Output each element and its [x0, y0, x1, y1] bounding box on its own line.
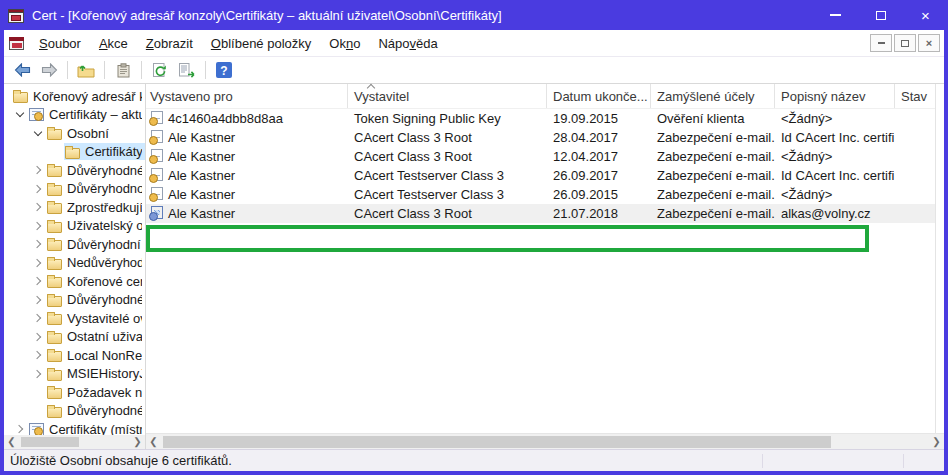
cell-issued-to: Ale Kastner — [168, 130, 235, 145]
minimize-icon — [830, 14, 841, 16]
tree-item-osobni[interactable]: Osobní — [4, 124, 145, 143]
tree-horizontal-scrollbar[interactable]: ❮ ❯ — [4, 435, 145, 449]
list-horizontal-scrollbar[interactable]: ❮ ❯ — [146, 433, 944, 449]
close-button[interactable]: × — [903, 0, 948, 30]
tree-item-label: Osobní — [67, 126, 109, 141]
certificate-icon — [150, 111, 163, 126]
certificate-selected-icon — [150, 206, 163, 221]
console-content: Kořenový adresář kon Certifikáty – aktuá… — [4, 84, 944, 449]
tree-item-uzivatelsky-objekt[interactable]: Uživatelský obj — [4, 217, 145, 236]
scroll-right-arrow-icon[interactable]: ❯ — [130, 435, 145, 449]
export-list-icon — [179, 63, 196, 78]
cell-friendly-name: <Žádný> — [775, 185, 895, 204]
menu-oblibene-polozky[interactable]: Oblíbené položky — [203, 32, 319, 55]
cell-purposes: Zabezpečení e-mail... — [651, 128, 775, 147]
chevron-right-icon[interactable] — [30, 315, 46, 321]
tree-item-pozadavek-na-zapis[interactable]: Požadavek na — [4, 383, 145, 402]
minimize-button[interactable] — [813, 0, 858, 30]
tree-item-certifikaty[interactable]: Certifikáty — [4, 143, 145, 162]
scroll-right-arrow-icon[interactable]: ❯ — [929, 434, 944, 450]
child-close-button[interactable]: × — [918, 34, 940, 52]
tree-item-neduveryhodne[interactable]: Nedůvěryhodn — [4, 254, 145, 273]
chevron-right-icon[interactable] — [30, 223, 46, 229]
tree-item-msiehistoryjournal[interactable]: MSIEHistoryJo — [4, 365, 145, 384]
back-button[interactable] — [10, 59, 34, 81]
clipboard-icon — [117, 63, 130, 78]
help-button[interactable]: ? — [212, 59, 236, 81]
certificate-row[interactable]: 4c1460a4dbb8d8aa Token Signing Public Ke… — [146, 109, 944, 128]
menu-akce[interactable]: Akce — [91, 32, 136, 55]
scrollbar-thumb[interactable] — [21, 437, 79, 447]
refresh-button[interactable] — [148, 59, 172, 81]
tree-item-zprostredkujici[interactable]: Zprostředkujíc — [4, 198, 145, 217]
column-header-zamyslene-ucely[interactable]: Zamýšlené účely — [651, 84, 775, 108]
folder-icon — [47, 314, 62, 325]
cell-friendly-name: alkas@volny.cz — [775, 204, 895, 223]
tree-item-label: Certifikáty – aktuá — [49, 107, 142, 122]
scrollbar-thumb[interactable] — [163, 436, 831, 448]
console-child-icon — [9, 36, 25, 50]
tree-item-duveryhodni-vydavatele[interactable]: Důvěryhodní v — [4, 235, 145, 254]
chevron-right-icon[interactable] — [30, 334, 46, 340]
tree-item-certifikaty-mistni-pocitac[interactable]: Certifikáty (místní — [4, 420, 145, 435]
tree-item-duveryhodne-zarizeni[interactable]: Důvěryhodné — [4, 402, 145, 421]
chevron-right-icon[interactable] — [30, 260, 46, 266]
forward-button[interactable] — [37, 59, 61, 81]
up-one-level-button[interactable] — [74, 59, 98, 81]
cell-friendly-name: <Žádný> — [775, 109, 895, 128]
list-vertical-scroll-track[interactable] — [935, 84, 944, 433]
chevron-right-icon[interactable] — [30, 352, 46, 358]
chevron-right-icon[interactable] — [30, 241, 46, 247]
certificate-row[interactable]: Ale Kastner CAcert Testserver Class 3 26… — [146, 166, 944, 185]
certificate-row[interactable]: Ale Kastner CAcert Class 3 Root 12.04.20… — [146, 147, 944, 166]
menu-zobrazit[interactable]: Zobrazit — [138, 32, 201, 55]
chevron-right-icon[interactable] — [30, 167, 46, 173]
cell-friendly-name: Id CAcert Inc. certifi... — [775, 128, 895, 147]
chevron-right-icon[interactable] — [30, 297, 46, 303]
chevron-down-icon[interactable] — [12, 110, 28, 119]
chevron-right-icon[interactable] — [30, 278, 46, 284]
column-header-vystavitel[interactable]: Vystavitel — [348, 84, 547, 108]
scroll-left-arrow-icon[interactable]: ❮ — [4, 435, 19, 449]
tree-item-label: Důvěryhodnos — [67, 181, 142, 196]
tree-item-korenove-certifikacni[interactable]: Kořenové certi — [4, 272, 145, 291]
column-header-vystaveno-pro[interactable]: Vystaveno pro — [146, 84, 348, 108]
certificate-icon — [150, 130, 163, 145]
child-restore-button[interactable] — [894, 34, 916, 52]
cell-issued-to: Ale Kastner — [168, 206, 235, 221]
cell-issued-to: Ale Kastner — [168, 168, 235, 183]
status-message: Úložiště Osobní obsahuje 6 certifikátů. — [10, 453, 762, 468]
chevron-right-icon[interactable] — [30, 186, 46, 192]
export-list-button[interactable] — [175, 59, 199, 81]
titlebar: Cert - [Kořenový adresář konzoly\Certifi… — [0, 0, 948, 30]
tree-item-local-nonremovable[interactable]: Local NonRem — [4, 346, 145, 365]
chevron-right-icon[interactable] — [30, 371, 46, 377]
certificate-row[interactable]: Ale Kastner CAcert Testserver Class 3 26… — [146, 185, 944, 204]
certificate-row[interactable]: Ale Kastner CAcert Class 3 Root 28.04.20… — [146, 128, 944, 147]
tree-item-korenovy-adresar[interactable]: Kořenový adresář kon — [4, 87, 145, 106]
tree-item-duveryhodne-korenove[interactable]: Důvěryhodné k — [4, 161, 145, 180]
scroll-left-arrow-icon[interactable]: ❮ — [146, 434, 161, 450]
certificate-row-selected[interactable]: Ale Kastner CAcert Class 3 Root 21.07.20… — [146, 204, 944, 223]
maximize-button[interactable] — [858, 0, 903, 30]
chevron-down-icon[interactable] — [30, 129, 46, 138]
menu-okno[interactable]: Okno — [321, 32, 368, 55]
maximize-icon — [876, 11, 886, 20]
tree-item-duveryhodnost[interactable]: Důvěryhodnos — [4, 180, 145, 199]
tree-item-duveryhodne-osoby[interactable]: Důvěryhodné o — [4, 291, 145, 310]
folder-icon — [47, 351, 62, 362]
menu-napoveda[interactable]: Nápověda — [370, 32, 445, 55]
column-header-popisny-nazev[interactable]: Popisný název — [775, 84, 895, 108]
tree-item-vystavitele-overeni[interactable]: Vystavitelé ově — [4, 309, 145, 328]
column-header-datum-ukonceni[interactable]: Datum ukonče... — [547, 84, 651, 108]
tree-item-certifikaty-aktualni-uzivatel[interactable]: Certifikáty – aktuá — [4, 106, 145, 125]
tree-item-ostatni-uzivatele[interactable]: Ostatní uživate — [4, 328, 145, 347]
folder-icon — [47, 333, 62, 344]
chevron-right-icon[interactable] — [12, 426, 28, 432]
child-minimize-button[interactable] — [870, 34, 892, 52]
properties-button[interactable] — [111, 59, 135, 81]
cell-purposes: Zabezpečení e-mail... — [651, 166, 775, 185]
chevron-right-icon[interactable] — [30, 204, 46, 210]
menu-soubor[interactable]: Soubor — [31, 32, 89, 55]
toolbar-separator — [67, 61, 68, 79]
